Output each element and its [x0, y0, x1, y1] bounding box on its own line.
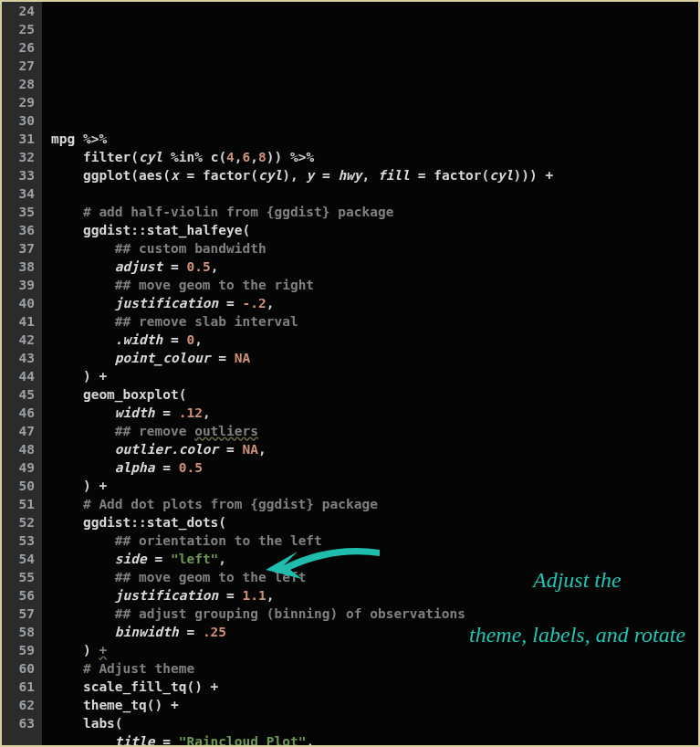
token-cm: ## remove slab interval [115, 314, 298, 329]
token-ws [51, 424, 115, 438]
code-line: ) + [51, 477, 698, 495]
line-number: 38 [7, 258, 35, 276]
token-fn: theme_tq [83, 698, 147, 712]
token-arg: side [115, 552, 147, 566]
line-number: 44 [7, 367, 35, 385]
line-number: 46 [7, 404, 35, 422]
token-cm: # Adjust theme [83, 661, 194, 676]
token-op: , [258, 442, 266, 457]
token-op: ( [115, 716, 123, 731]
token-kw: .12 [179, 405, 203, 420]
token-fn: ggplot [83, 168, 131, 183]
token-op: , [218, 552, 226, 566]
token-eq: = [162, 332, 186, 347]
token-ws [51, 205, 83, 219]
token-ws [51, 278, 115, 292]
line-number: 33 [7, 166, 35, 184]
line-number: 62 [7, 696, 35, 714]
line-number: 39 [7, 276, 35, 294]
token-kw: 0.5 [179, 460, 203, 475]
line-number: 63 [7, 714, 35, 732]
line-number: 58 [7, 623, 35, 641]
token-kw: 1.1 [243, 588, 266, 603]
code-line: justification = 1.1, [51, 586, 698, 605]
token-kw: -.2 [243, 296, 266, 310]
token-op: , [250, 150, 258, 164]
token-ws [51, 661, 83, 676]
code-line: binwidth = .25 [51, 623, 698, 641]
token-arg: width [115, 405, 155, 420]
line-number: 43 [7, 349, 35, 367]
code-line: ## remove slab interval [51, 312, 698, 331]
line-number: 56 [7, 586, 35, 605]
token-op: , [266, 588, 275, 603]
token-str: "Raincloud Plot" [179, 734, 307, 747]
code-line: geom_boxplot( [51, 385, 698, 404]
token-ws [51, 515, 83, 530]
code-line: outlier.color = NA, [51, 440, 698, 458]
token-ws [51, 606, 115, 621]
token-eq: = [218, 442, 242, 457]
code-line: alpha = 0.5 [51, 458, 698, 477]
code-line: ## custom bandwidth [51, 239, 698, 258]
code-line: filter(cyl %in% c(4,6,8)) %>% [51, 148, 698, 166]
token-cm: ## custom bandwidth [115, 241, 266, 256]
line-number: 34 [7, 184, 35, 203]
token-op: , [194, 332, 203, 347]
token-ws [51, 460, 115, 475]
token-op: ( [131, 168, 139, 183]
editor-frame: 2425262728293031323334353637383940414243… [0, 0, 700, 747]
arrow-icon [247, 533, 384, 588]
line-number: 24 [7, 2, 35, 20]
token-ws [51, 259, 115, 274]
token-arg: adjust [115, 259, 162, 274]
code-line: ## remove outliers [51, 422, 698, 440]
token-arg: justification [115, 296, 219, 310]
line-number: 41 [7, 312, 35, 331]
token-eq: = [162, 259, 186, 274]
token-fn: stat_dots [147, 515, 219, 530]
line-number: 29 [7, 93, 35, 111]
token-ws [51, 479, 83, 493]
token-ws [51, 223, 83, 237]
token-op: )) %>% [266, 150, 314, 164]
line-number: 37 [7, 239, 35, 258]
token-arg: fill [378, 168, 410, 183]
token-op: , [266, 296, 275, 310]
token-kw: 6 [243, 150, 251, 164]
line-number: 27 [7, 57, 35, 75]
line-number: 40 [7, 294, 35, 312]
token-fn: stat_halfeye [147, 223, 243, 237]
token-ws [51, 442, 115, 457]
code-line: # add half-violin from {ggdist} package [51, 203, 698, 221]
token-eq: = [218, 296, 242, 310]
token-ws [51, 643, 83, 658]
code-area[interactable]: Adjust the theme, labels, and rotate mpg… [42, 2, 698, 745]
line-number: 31 [7, 130, 35, 148]
token-na: NA [243, 442, 258, 457]
token-op: , [211, 259, 219, 274]
token-op: %>% [75, 132, 107, 146]
line-number: 47 [7, 422, 35, 440]
token-kw: .25 [203, 625, 226, 639]
token-op: , [306, 734, 314, 747]
line-number: 52 [7, 513, 35, 531]
code-line: ) + [51, 367, 698, 385]
token-arg: cyl [139, 150, 162, 164]
token-ws [51, 387, 83, 402]
line-number: 35 [7, 203, 35, 221]
token-ws [51, 241, 115, 256]
token-cm: ## adjust grouping (binning) of observat… [115, 606, 465, 621]
code-line: point_colour = NA [51, 349, 698, 367]
token-eq: = [314, 168, 338, 183]
code-line: theme_tq() + [51, 696, 698, 714]
token-ws [51, 351, 115, 365]
token-op: () + [147, 698, 179, 712]
token-ws [51, 497, 83, 511]
token-arg: point_colour [115, 351, 211, 365]
token-fn: factor [434, 168, 481, 183]
token-arg: outlier.color [115, 442, 219, 457]
code-editor[interactable]: 2425262728293031323334353637383940414243… [2, 2, 698, 745]
token-ws [51, 679, 83, 694]
token-op: ( [250, 168, 258, 183]
